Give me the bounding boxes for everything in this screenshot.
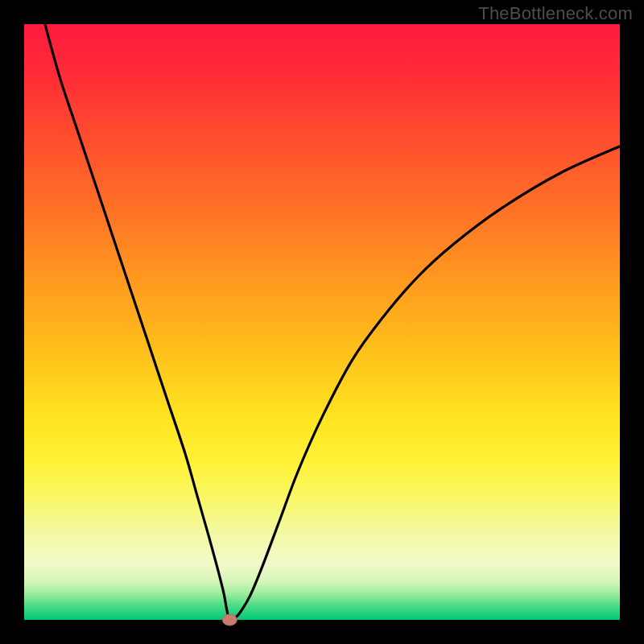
watermark-text: TheBottleneck.com xyxy=(478,3,633,24)
plot-background xyxy=(24,24,620,620)
bottleneck-chart xyxy=(0,0,644,644)
minimum-marker xyxy=(222,614,237,625)
chart-frame: TheBottleneck.com xyxy=(0,0,644,644)
